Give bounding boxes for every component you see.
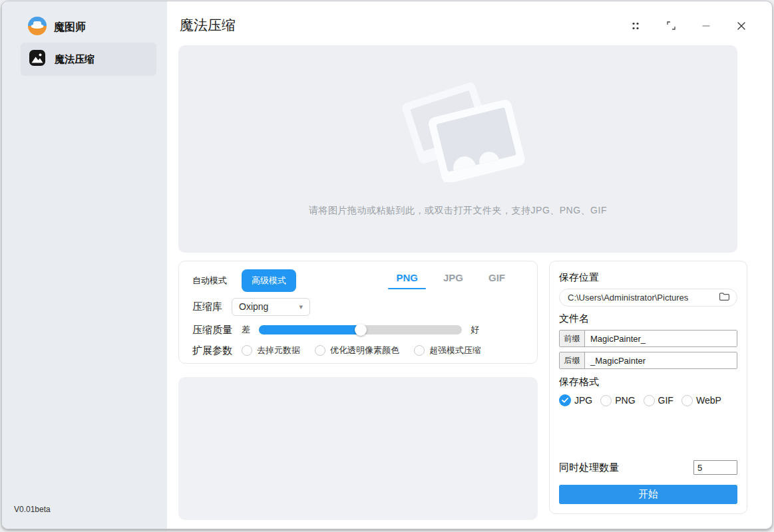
format-option-gif[interactable]: GIF [644, 395, 674, 406]
close-button[interactable] [732, 17, 751, 36]
save-location-label: 保存位置 [559, 271, 737, 284]
dots-grid-icon [630, 21, 641, 33]
radio-unchecked-icon [315, 345, 325, 356]
format-option-jpg[interactable]: JPG [559, 394, 592, 406]
prefix-field: 前缀 [559, 330, 737, 347]
quality-slider-thumb[interactable] [355, 324, 367, 336]
suffix-field: 后缀 [559, 352, 737, 369]
concurrency-row: 同时处理数量 [559, 460, 737, 475]
image-drop-zone[interactable]: 请将图片拖动或粘贴到此，或双击打开文件夹，支持JPG、PNG、GIF [178, 45, 737, 253]
save-format-label: 保存格式 [559, 376, 737, 388]
library-select[interactable]: Oxipng ▾ [232, 298, 310, 316]
save-location-field [559, 289, 737, 307]
quality-label: 压缩质量 [192, 324, 232, 336]
minimize-icon [701, 21, 711, 33]
quality-slider-fill [259, 325, 361, 334]
radio-checked-icon [559, 394, 571, 406]
quality-slider[interactable] [259, 325, 462, 334]
maximize-icon [666, 21, 676, 33]
format-option-png[interactable]: PNG [600, 395, 635, 406]
radio-unchecked-icon [242, 345, 252, 356]
tab-png[interactable]: PNG [396, 272, 418, 289]
page-title: 魔法压缩 [180, 16, 236, 35]
close-icon [736, 21, 747, 33]
tab-advanced-mode[interactable]: 高级模式 [242, 269, 296, 292]
radio-unchecked-icon [681, 395, 693, 406]
app-logo-row: 魔图师 [2, 1, 167, 39]
chevron-down-icon: ▾ [299, 303, 303, 311]
prefix-addon-label: 前缀 [560, 331, 585, 346]
compression-settings-panel: 自动模式 高级模式 PNG JPG GIF 压缩库 Oxipng ▾ 压缩质量 … [178, 261, 538, 364]
photos-placeholder-icon [178, 77, 737, 185]
maximize-button[interactable] [662, 17, 680, 36]
save-location-input[interactable] [568, 293, 719, 303]
app-menu-button[interactable] [626, 17, 645, 36]
concurrency-label: 同时处理数量 [559, 462, 619, 474]
tab-gif[interactable]: GIF [488, 272, 505, 289]
radio-unchecked-icon [414, 345, 425, 356]
library-value: Oxipng [239, 301, 268, 312]
app-logo-icon [27, 16, 47, 39]
drop-zone-hint: 请将图片拖动或粘贴到此，或双击打开文件夹，支持JPG、PNG、GIF [178, 205, 737, 217]
image-icon [29, 49, 46, 69]
minimize-button[interactable] [697, 17, 715, 36]
file-list-panel [178, 377, 538, 520]
prefix-input[interactable] [585, 331, 737, 346]
sidebar: 魔图师 魔法压缩 V0.01beta [2, 1, 167, 529]
folder-icon[interactable] [719, 292, 730, 304]
filename-label: 文件名 [559, 313, 737, 325]
app-window: 魔图师 魔法压缩 V0.01beta 魔法压缩 [1, 1, 773, 529]
radio-unchecked-icon [600, 395, 612, 406]
extended-params-label: 扩展参数 [192, 344, 232, 357]
format-option-webp[interactable]: WebP [681, 395, 721, 406]
option-optimize-alpha[interactable]: 优化透明像素颜色 [315, 344, 399, 356]
tab-auto-mode[interactable]: 自动模式 [192, 275, 227, 287]
tab-jpg[interactable]: JPG [443, 272, 463, 289]
app-name: 魔图师 [54, 21, 86, 35]
option-strip-metadata[interactable]: 去掉元数据 [242, 344, 300, 356]
start-button[interactable]: 开始 [559, 485, 737, 504]
quality-min-label: 差 [242, 324, 250, 336]
concurrency-input[interactable] [693, 460, 737, 475]
sidebar-item-label: 魔法压缩 [55, 53, 95, 66]
window-controls [626, 17, 751, 36]
radio-unchecked-icon [644, 395, 655, 406]
suffix-input[interactable] [585, 352, 737, 368]
format-tabs: PNG JPG GIF [396, 272, 524, 289]
suffix-addon-label: 后缀 [560, 352, 585, 368]
option-super-mode[interactable]: 超强模式压缩 [414, 344, 481, 356]
app-version: V0.01beta [14, 505, 51, 514]
save-settings-panel: 保存位置 文件名 前缀 后缀 保存格式 JPG [549, 261, 747, 514]
library-label: 压缩库 [192, 301, 222, 313]
sidebar-item-magic-compress[interactable]: 魔法压缩 [21, 43, 156, 76]
save-format-options: JPG PNG GIF WebP [559, 394, 737, 406]
quality-max-label: 好 [471, 324, 479, 336]
